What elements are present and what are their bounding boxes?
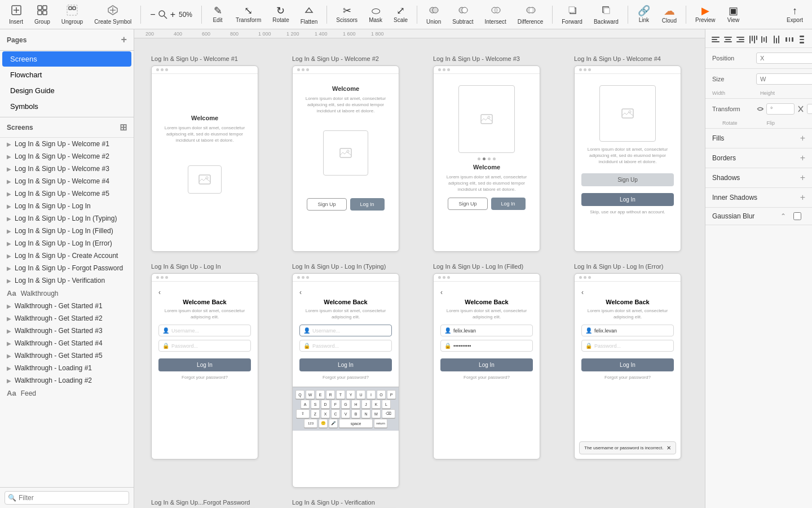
mask-tool[interactable]: ⬭ Mask bbox=[364, 3, 387, 25]
login-btn[interactable]: Log In bbox=[158, 358, 251, 371]
phone-login-filled[interactable]: ‹ Welcome Back Lorem ipsum dolor sit ame… bbox=[433, 273, 540, 459]
screen-item-verification[interactable]: ▶ Log In & Sign Up - Verification bbox=[0, 274, 134, 287]
key-d[interactable]: D bbox=[321, 400, 330, 409]
screen-loading-2[interactable]: ▶ Walkthrough - Loading #2 bbox=[0, 374, 134, 387]
flatten-tool[interactable]: Flatten bbox=[296, 2, 323, 27]
key-c[interactable]: C bbox=[331, 409, 340, 418]
key-y[interactable]: Y bbox=[346, 390, 355, 399]
phone-login-typing[interactable]: ‹ Welcome Back Lorem ipsum dolor sit ame… bbox=[292, 273, 399, 488]
password-field[interactable]: 🔒 Password... bbox=[158, 340, 251, 352]
rotate-tool[interactable]: ↻ Rotate bbox=[268, 3, 293, 25]
group-tool[interactable]: Group bbox=[30, 2, 55, 27]
screen-item-login-error[interactable]: ▶ Log In & Sign Up - Log In (Error) bbox=[0, 237, 134, 249]
add-page-button[interactable]: + bbox=[121, 34, 127, 46]
scale-tool[interactable]: ⤢ Scale bbox=[389, 3, 412, 25]
scissors-tool[interactable]: ✂ Scissors bbox=[332, 3, 362, 25]
password-field[interactable]: 🔒 •••••••••• bbox=[440, 340, 533, 352]
ungroup-tool[interactable]: Ungroup bbox=[57, 2, 87, 27]
distribute-v-icon[interactable] bbox=[796, 34, 807, 45]
page-flowchart[interactable]: Flowchart bbox=[2, 67, 131, 82]
width-input[interactable] bbox=[756, 73, 812, 85]
subtract-tool[interactable]: Subtract bbox=[448, 2, 478, 27]
key-x[interactable]: X bbox=[321, 409, 330, 418]
union-tool[interactable]: Union bbox=[422, 2, 445, 27]
cloud-tool[interactable]: ☁ Cloud bbox=[657, 3, 681, 26]
key-emoji[interactable]: 🙂 bbox=[319, 419, 328, 428]
add-inner-shadow-button[interactable]: + bbox=[800, 192, 805, 203]
inner-shadows-header[interactable]: Inner Shadows + bbox=[705, 188, 812, 207]
signup-button[interactable]: Sign Up bbox=[448, 198, 487, 210]
align-left-icon[interactable] bbox=[710, 34, 721, 45]
login-btn[interactable]: Log In bbox=[440, 358, 533, 371]
login-button[interactable]: Log In bbox=[581, 193, 674, 206]
key-o[interactable]: O bbox=[377, 390, 386, 399]
preview-tool[interactable]: ▶ Preview bbox=[691, 3, 720, 25]
align-bottom-icon[interactable] bbox=[771, 34, 783, 45]
key-shift[interactable]: ⇧ bbox=[296, 409, 310, 418]
key-r[interactable]: R bbox=[326, 390, 335, 399]
key-k[interactable]: K bbox=[372, 400, 381, 409]
key-e[interactable]: E bbox=[316, 390, 325, 399]
align-center-icon[interactable] bbox=[722, 34, 734, 45]
filter-input[interactable] bbox=[5, 491, 129, 505]
page-design-guide[interactable]: Design Guide bbox=[2, 83, 131, 98]
screen-item-welcome4[interactable]: ▶ Log In & Sign Up - Welcome #4 bbox=[0, 175, 134, 187]
edit-tool[interactable]: ✎ Edit bbox=[206, 3, 229, 25]
fills-header[interactable]: Fills + bbox=[705, 129, 812, 148]
login-btn[interactable]: Log In bbox=[299, 358, 392, 371]
phone-welcome4[interactable]: Lorem ipsum dolor sit amet, consectetur … bbox=[574, 65, 681, 252]
key-q[interactable]: Q bbox=[295, 390, 304, 399]
page-symbols[interactable]: Symbols bbox=[2, 99, 131, 114]
key-w[interactable]: W bbox=[306, 390, 315, 399]
distribute-h-icon[interactable] bbox=[784, 34, 795, 45]
screen-item-welcome5[interactable]: ▶ Log In & Sign Up - Welcome #5 bbox=[0, 187, 134, 200]
login-button[interactable]: Log In bbox=[350, 198, 385, 211]
forgot-password[interactable]: Forgot your password? bbox=[581, 375, 674, 380]
align-right-icon[interactable] bbox=[735, 34, 746, 45]
screen-item-forgot-password[interactable]: ▶ Log In & Sign Up - Forgot Password bbox=[0, 262, 134, 274]
key-j[interactable]: J bbox=[361, 400, 370, 409]
add-fill-button[interactable]: + bbox=[800, 133, 805, 143]
screen-item-welcome1[interactable]: ▶ Log In & Sign Up - Welcome #1 bbox=[0, 138, 134, 150]
forgot-password[interactable]: Forgot your password? bbox=[158, 375, 251, 380]
login-button[interactable]: Log In bbox=[491, 198, 526, 210]
key-b[interactable]: B bbox=[351, 409, 360, 418]
key-t[interactable]: T bbox=[336, 390, 345, 399]
create-symbol-tool[interactable]: Create Symbol bbox=[90, 2, 136, 27]
add-border-button[interactable]: + bbox=[800, 153, 805, 163]
key-123[interactable]: 123 bbox=[304, 419, 317, 428]
key-l[interactable]: L bbox=[382, 400, 391, 409]
key-f[interactable]: F bbox=[331, 400, 340, 409]
back-button[interactable]: ‹ bbox=[158, 288, 251, 296]
screen-item-welcome3[interactable]: ▶ Log In & Sign Up - Welcome #3 bbox=[0, 163, 134, 175]
screen-loading-1[interactable]: ▶ Walkthrough - Loading #1 bbox=[0, 362, 134, 374]
gaussian-blur-toggle[interactable] bbox=[789, 212, 805, 220]
key-m[interactable]: M bbox=[372, 409, 381, 418]
position-x-input[interactable] bbox=[756, 52, 812, 64]
gaussian-blur-expand[interactable]: ⌃ bbox=[780, 212, 786, 220]
key-s[interactable]: S bbox=[311, 400, 320, 409]
flip-button[interactable]: Flip bbox=[807, 104, 812, 114]
key-return[interactable]: return bbox=[374, 419, 387, 428]
key-u[interactable]: U bbox=[356, 390, 365, 399]
password-field[interactable]: 🔒 Password... bbox=[581, 340, 674, 352]
username-field[interactable]: 👤 Username... bbox=[158, 325, 251, 336]
phone-welcome2[interactable]: Welcome Lorem ipsum dolor sit amet, cons… bbox=[292, 65, 399, 252]
key-space[interactable]: space bbox=[339, 419, 373, 428]
phone-login-error[interactable]: ‹ Welcome Back Lorem ipsum dolor sit ame… bbox=[574, 273, 681, 459]
zoom-minus[interactable]: − bbox=[150, 10, 155, 20]
phone-welcome1[interactable]: Welcome Lorem ipsum dolor sit amet, cons… bbox=[151, 65, 258, 252]
close-toast-button[interactable]: ✕ bbox=[667, 445, 671, 451]
shadows-header[interactable]: Shadows + bbox=[705, 168, 812, 187]
view-tool[interactable]: ▣ View bbox=[722, 3, 745, 25]
add-shadow-button[interactable]: + bbox=[800, 173, 805, 183]
zoom-plus[interactable]: + bbox=[170, 10, 175, 20]
screen-item-create-account[interactable]: ▶ Log In & Sign Up - Create Account bbox=[0, 249, 134, 262]
transform-tool[interactable]: ⤡ Transform bbox=[231, 3, 266, 25]
screen-item-login-filled[interactable]: ▶ Log In & Sign Up - Log In (Filled) bbox=[0, 225, 134, 237]
rotate-input[interactable] bbox=[766, 103, 795, 115]
key-z[interactable]: Z bbox=[311, 409, 320, 418]
screen-walkthrough-4[interactable]: ▶ Walkthrough - Get Started #4 bbox=[0, 337, 134, 349]
gaussian-blur-header[interactable]: Gaussian Blur ⌃ bbox=[705, 208, 812, 225]
forward-tool[interactable]: Forward bbox=[557, 2, 587, 27]
